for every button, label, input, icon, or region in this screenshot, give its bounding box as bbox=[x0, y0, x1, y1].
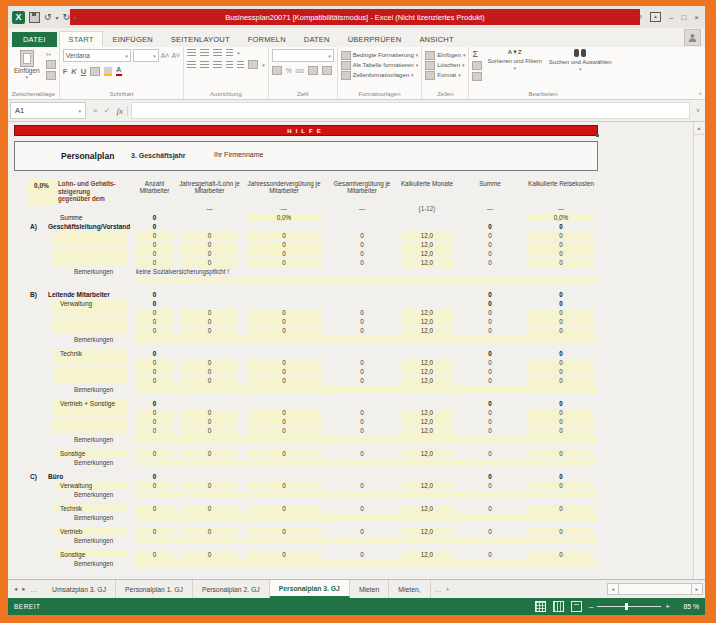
cell[interactable]: 0 bbox=[177, 249, 242, 258]
category-label[interactable]: Sonstige bbox=[54, 550, 128, 558]
sheet-nav-more-icon[interactable]: … bbox=[31, 586, 38, 593]
align-top-icon[interactable] bbox=[187, 49, 196, 56]
cell[interactable]: 0 bbox=[326, 249, 398, 258]
close-button[interactable]: × bbox=[694, 13, 699, 22]
cell[interactable]: 0 bbox=[524, 317, 598, 326]
cell[interactable]: 0 bbox=[524, 408, 598, 417]
align-bottom-icon[interactable] bbox=[213, 49, 222, 56]
cell[interactable]: 0 bbox=[132, 550, 177, 559]
cell[interactable]: 0 bbox=[524, 449, 598, 458]
enter-icon[interactable]: ✓ bbox=[104, 106, 111, 115]
sheet-tab-personalplan-2-gj[interactable]: Personalplan 2. GJ bbox=[193, 580, 270, 598]
cell[interactable]: 12,0 bbox=[398, 317, 456, 326]
cell[interactable]: 0 bbox=[456, 399, 524, 408]
remark-input-strip[interactable] bbox=[136, 514, 598, 521]
cell[interactable]: 0 bbox=[242, 426, 326, 435]
cell[interactable]: 0 bbox=[242, 317, 326, 326]
cell[interactable] bbox=[398, 290, 456, 299]
cell[interactable]: 0 bbox=[132, 258, 177, 267]
remark-input-strip[interactable] bbox=[136, 277, 598, 284]
cell[interactable]: 0 bbox=[177, 550, 242, 559]
decrease-decimal-icon[interactable] bbox=[322, 66, 332, 75]
page-break-view-icon[interactable] bbox=[571, 601, 582, 612]
ribbon-tab-daten[interactable]: DATEN bbox=[295, 32, 339, 47]
category-label[interactable]: Technik bbox=[54, 504, 128, 512]
cell[interactable]: 0 bbox=[132, 290, 177, 299]
redo-icon[interactable]: ↻ bbox=[63, 13, 71, 22]
cell[interactable] bbox=[326, 222, 398, 231]
cell[interactable]: 0 bbox=[456, 358, 524, 367]
cell[interactable] bbox=[326, 213, 398, 222]
cell[interactable]: 0 bbox=[242, 481, 326, 490]
shrink-font-icon[interactable]: A˅ bbox=[171, 52, 180, 59]
cell[interactable] bbox=[242, 222, 326, 231]
copy-icon[interactable] bbox=[46, 60, 56, 69]
remark-input-strip[interactable] bbox=[136, 336, 598, 343]
cell[interactable]: 0 bbox=[524, 399, 598, 408]
cell[interactable]: 12,0 bbox=[398, 231, 456, 240]
cell[interactable]: 0 bbox=[326, 240, 398, 249]
cell[interactable]: 0 bbox=[456, 349, 524, 358]
comma-format-icon[interactable]: 000 bbox=[296, 68, 304, 74]
vertical-scrollbar[interactable]: ▴ bbox=[693, 122, 704, 579]
cell[interactable]: 12,0 bbox=[398, 367, 456, 376]
cell[interactable]: 0 bbox=[326, 417, 398, 426]
cell[interactable] bbox=[177, 472, 242, 481]
category-label[interactable]: Technik bbox=[54, 349, 128, 357]
cell[interactable] bbox=[456, 213, 524, 222]
ribbon-tab-einfügen[interactable]: EINFÜGEN bbox=[103, 32, 161, 47]
cell[interactable]: 0 bbox=[456, 222, 524, 231]
cell[interactable]: 0,0% bbox=[524, 213, 598, 222]
cell[interactable]: 0 bbox=[177, 527, 242, 536]
save-icon[interactable] bbox=[29, 12, 40, 23]
cell[interactable]: 0 bbox=[177, 308, 242, 317]
cell[interactable]: 0 bbox=[456, 376, 524, 385]
cell[interactable]: 0 bbox=[326, 504, 398, 513]
cell[interactable] bbox=[326, 472, 398, 481]
cell[interactable]: 0 bbox=[456, 426, 524, 435]
cell[interactable]: 12,0 bbox=[398, 326, 456, 335]
paste-button[interactable]: Einfügen ▾ bbox=[11, 49, 43, 81]
cell[interactable] bbox=[326, 349, 398, 358]
cell[interactable]: 12,0 bbox=[398, 449, 456, 458]
cell[interactable]: 0 bbox=[242, 240, 326, 249]
align-center-icon[interactable] bbox=[200, 61, 209, 68]
cell[interactable]: 0 bbox=[524, 481, 598, 490]
cell[interactable]: 0 bbox=[132, 376, 177, 385]
cell[interactable]: 0 bbox=[132, 449, 177, 458]
cell[interactable]: 0 bbox=[456, 550, 524, 559]
currency-format-icon[interactable] bbox=[272, 66, 282, 75]
cell[interactable]: 0 bbox=[326, 481, 398, 490]
growth-rate-cell[interactable]: 0,0% bbox=[28, 180, 55, 206]
cell[interactable]: 0 bbox=[524, 326, 598, 335]
cell[interactable]: 0 bbox=[132, 426, 177, 435]
italic-button[interactable]: K bbox=[71, 67, 76, 76]
cell[interactable]: 0 bbox=[524, 417, 598, 426]
align-left-icon[interactable] bbox=[187, 61, 196, 68]
horizontal-scroll-track[interactable] bbox=[619, 583, 691, 595]
cell[interactable]: 0 bbox=[242, 258, 326, 267]
increase-decimal-icon[interactable] bbox=[308, 66, 318, 75]
cell[interactable]: 0 bbox=[326, 550, 398, 559]
category-label[interactable]: Verwaltung bbox=[54, 481, 128, 489]
cell[interactable]: 0 bbox=[132, 231, 177, 240]
scroll-left-icon[interactable]: ◂ bbox=[607, 583, 619, 595]
cell[interactable] bbox=[326, 299, 398, 308]
account-icon[interactable] bbox=[684, 29, 701, 46]
cell[interactable]: 0 bbox=[524, 299, 598, 308]
sheet-tab-personalplan-1-gj[interactable]: Personalplan 1. GJ bbox=[116, 580, 193, 598]
remark-input-strip[interactable] bbox=[136, 436, 598, 443]
cell[interactable]: 0 bbox=[132, 308, 177, 317]
sheet-ellipsis[interactable]: … bbox=[435, 586, 442, 593]
remark-input-strip[interactable] bbox=[136, 491, 598, 498]
cell[interactable]: 0 bbox=[132, 213, 177, 222]
ribbon-display-options-button[interactable]: ▴ bbox=[650, 12, 661, 22]
formula-input[interactable] bbox=[131, 102, 690, 119]
cell[interactable]: 0 bbox=[326, 376, 398, 385]
cell[interactable]: 0,0% bbox=[242, 213, 326, 222]
cell[interactable]: 0 bbox=[456, 408, 524, 417]
remark-input-strip[interactable] bbox=[136, 537, 598, 544]
cell[interactable]: 12,0 bbox=[398, 417, 456, 426]
remark-text[interactable]: keine Sozialversicherungspflicht ! bbox=[136, 268, 229, 275]
bold-button[interactable]: F bbox=[63, 67, 68, 76]
